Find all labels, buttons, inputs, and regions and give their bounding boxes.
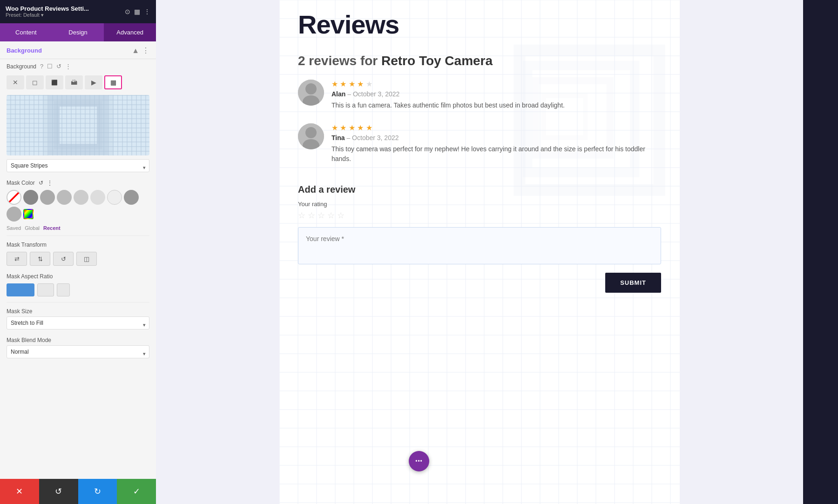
rotate-icon: ↺ bbox=[61, 255, 66, 262]
swatch-6[interactable] bbox=[107, 190, 122, 205]
gradient-icon: ⬛ bbox=[51, 80, 58, 86]
color-icon: ◻ bbox=[32, 79, 38, 86]
review-date-1: – October 3, 2022 bbox=[347, 90, 399, 98]
star-1-4: ★ bbox=[357, 80, 364, 88]
review-author-1: Alan – October 3, 2022 bbox=[331, 90, 565, 98]
rating-stars-input[interactable]: ☆ ☆ ☆ ☆ ☆ bbox=[298, 210, 661, 221]
close-icon: ✕ bbox=[16, 486, 23, 497]
add-review-section: Add a review Your rating ☆ ☆ ☆ ☆ ☆ SUBMI… bbox=[298, 177, 661, 293]
dots-icon: ••• bbox=[415, 458, 423, 464]
main-area: Reviews 2 reviews for Retro Toy Camera ★ bbox=[156, 0, 803, 504]
pattern-select[interactable]: Square Stripes Dots Lines Circles Zigzag bbox=[7, 159, 149, 172]
section-header-icons: ▲ ⋮ bbox=[132, 46, 149, 55]
help-icon[interactable]: ? bbox=[40, 63, 43, 70]
aspect-tall[interactable] bbox=[57, 283, 70, 296]
save-button[interactable]: ✓ bbox=[117, 479, 156, 504]
transform-flip-h[interactable]: ⇄ bbox=[7, 252, 27, 266]
panel-tabs: Content Design Advanced bbox=[0, 23, 156, 41]
review-content-2: ★ ★ ★ ★ ★ Tina – October 3, 2022 This to… bbox=[331, 123, 661, 164]
star-1-5: ★ bbox=[366, 80, 372, 88]
bg-type-selector: ✕ ◻ ⬛ 🏔 ▶ ▦ bbox=[0, 74, 156, 93]
swatch-tab-global[interactable]: Global bbox=[25, 225, 40, 231]
divider-2 bbox=[7, 302, 149, 302]
mask-size-select[interactable]: Stretch to Fill Fit Actual Size Custom bbox=[7, 316, 149, 329]
swatch-1[interactable] bbox=[23, 190, 38, 205]
swatch-custom[interactable] bbox=[23, 209, 34, 219]
panel-header-icons: ⊙ ▦ ⋮ bbox=[125, 8, 150, 15]
rate-star-3[interactable]: ☆ bbox=[318, 211, 325, 220]
divider-1 bbox=[7, 235, 149, 236]
panel-preset[interactable]: Preset: Default ▾ bbox=[6, 12, 89, 18]
swatch-7[interactable] bbox=[124, 190, 139, 205]
flip-h-icon: ⇄ bbox=[14, 255, 20, 262]
background-label: Background bbox=[7, 63, 36, 70]
swatch-tab-saved[interactable]: Saved bbox=[7, 225, 21, 231]
avatar-silhouette-2 bbox=[298, 123, 324, 149]
review-text-1: This is a fun camera. Takes authentic fi… bbox=[331, 101, 565, 110]
bg-type-color[interactable]: ◻ bbox=[26, 75, 44, 89]
device-icon[interactable]: ☐ bbox=[47, 63, 53, 70]
transform-flip-v[interactable]: ⇄ bbox=[30, 252, 50, 266]
close-button[interactable]: ✕ bbox=[0, 479, 39, 504]
tab-advanced[interactable]: Advanced bbox=[104, 23, 156, 41]
bg-type-pattern[interactable]: ▦ bbox=[104, 75, 122, 89]
page-title: Reviews bbox=[298, 9, 661, 40]
tab-content[interactable]: Content bbox=[0, 23, 52, 41]
mask-blend-mode-label: Mask Blend Mode bbox=[0, 333, 156, 345]
section-collapse-icon[interactable]: ▲ bbox=[132, 47, 139, 55]
floating-dots-button[interactable]: ••• bbox=[409, 451, 429, 471]
star-2-3: ★ bbox=[349, 124, 355, 132]
mask-blend-mode-select[interactable]: Normal Multiply Screen Overlay Darken Li… bbox=[7, 345, 149, 358]
star-2-1: ★ bbox=[331, 124, 338, 132]
section-title: Background bbox=[7, 47, 42, 54]
reset-icon[interactable]: ↺ bbox=[56, 63, 61, 70]
star-1-3: ★ bbox=[349, 80, 355, 88]
flip-v-icon: ⇄ bbox=[37, 256, 44, 262]
bg-type-none[interactable]: ✕ bbox=[7, 75, 24, 89]
mask-color-reset[interactable]: ↺ bbox=[39, 180, 43, 186]
redo-icon: ↻ bbox=[94, 486, 101, 497]
review-textarea[interactable] bbox=[298, 227, 661, 264]
panel-icon-target[interactable]: ⊙ bbox=[125, 8, 130, 15]
mask-size-label: Mask Size bbox=[0, 304, 156, 316]
swatch-8[interactable] bbox=[7, 207, 21, 222]
panel-icon-more[interactable]: ⋮ bbox=[144, 8, 150, 15]
tab-design[interactable]: Design bbox=[52, 23, 104, 41]
rate-star-4[interactable]: ☆ bbox=[327, 211, 335, 220]
pattern-visual bbox=[7, 95, 149, 155]
bg-type-video[interactable]: ▶ bbox=[85, 75, 102, 89]
aspect-square[interactable] bbox=[37, 283, 54, 296]
transform-reset[interactable]: ◫ bbox=[76, 252, 97, 266]
swatch-3[interactable] bbox=[57, 190, 72, 205]
section-menu-icon[interactable]: ⋮ bbox=[142, 46, 149, 55]
more-icon[interactable]: ⋮ bbox=[65, 63, 71, 70]
right-bar bbox=[803, 0, 838, 504]
mask-size-wrapper: Stretch to Fill Fit Actual Size Custom bbox=[0, 316, 156, 333]
swatch-transparent[interactable] bbox=[7, 190, 21, 205]
undo-button[interactable]: ↺ bbox=[39, 479, 78, 504]
star-1-2: ★ bbox=[340, 80, 346, 88]
swatch-2[interactable] bbox=[40, 190, 55, 205]
avatar-silhouette-1 bbox=[298, 80, 324, 106]
panel-icon-grid[interactable]: ▦ bbox=[134, 8, 140, 15]
review-content-1: ★ ★ ★ ★ ★ Alan – October 3, 2022 This is… bbox=[331, 80, 565, 110]
swatch-4[interactable] bbox=[74, 190, 88, 205]
bg-type-gradient[interactable]: ⬛ bbox=[46, 75, 63, 89]
swatch-tab-recent[interactable]: Recent bbox=[43, 225, 61, 231]
star-2-5: ★ bbox=[366, 124, 372, 132]
mask-color-label: Mask Color ↺ ⋮ bbox=[0, 176, 156, 188]
redo-button[interactable]: ↻ bbox=[78, 479, 117, 504]
swatch-5[interactable] bbox=[90, 190, 105, 205]
rate-star-5[interactable]: ☆ bbox=[337, 211, 345, 220]
left-panel: Woo Product Reviews Setti... Preset: Def… bbox=[0, 0, 156, 504]
panel-bottom-bar: ✕ ↺ ↻ ✓ bbox=[0, 479, 156, 504]
rate-star-2[interactable]: ☆ bbox=[308, 211, 315, 220]
aspect-wide[interactable] bbox=[7, 283, 34, 296]
bg-type-image[interactable]: 🏔 bbox=[65, 75, 83, 89]
panel-header: Woo Product Reviews Setti... Preset: Def… bbox=[0, 0, 156, 23]
review-stars-1: ★ ★ ★ ★ ★ bbox=[331, 80, 565, 88]
submit-button[interactable]: SUBMIT bbox=[605, 273, 661, 293]
rate-star-1[interactable]: ☆ bbox=[298, 211, 305, 220]
transform-rotate[interactable]: ↺ bbox=[53, 252, 74, 266]
mask-color-more[interactable]: ⋮ bbox=[47, 180, 53, 186]
